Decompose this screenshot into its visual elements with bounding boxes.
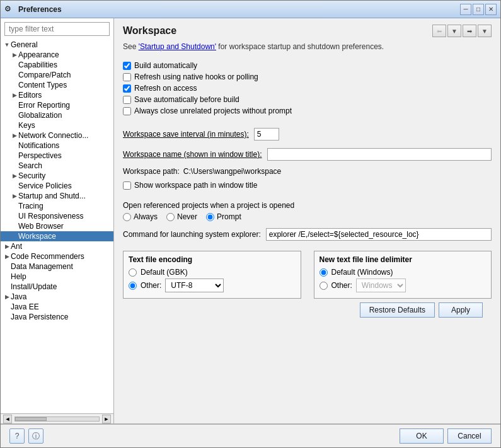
bottom-left-buttons: ? ⓘ [9,428,43,444]
workspace-name-input[interactable] [267,148,492,161]
expand-arrow [11,122,18,129]
refresh-access-checkbox[interactable] [123,84,131,93]
scroll-left-btn[interactable]: ◄ [3,415,12,423]
show-path-checkbox[interactable] [123,181,131,190]
nav-dropdown-button[interactable]: ▼ [447,25,461,37]
delimiter-select[interactable]: Windows Unix Mac [356,279,406,292]
encoding-default-row: Default (GBK) [129,268,296,277]
help-button[interactable]: ? [9,428,25,444]
sidebar-item-java-ee[interactable]: Java EE [1,302,113,312]
sidebar-item-general[interactable]: ▼ General [1,40,113,50]
save-auto-label: Save automatically before build [134,95,239,104]
encoding-other-radio[interactable] [129,282,137,290]
sidebar-item-tracing[interactable]: Tracing [1,201,113,211]
sidebar-item-label: Editors [18,91,42,100]
bottom-right-buttons: OK Cancel [400,428,492,444]
dialog-bottom: ? ⓘ OK Cancel [1,424,500,447]
main-content: ▼ General ▶ Appearance Capabilities Comp… [1,18,500,423]
sidebar-item-help[interactable]: Help [1,272,113,282]
apply-button[interactable]: Apply [439,302,483,318]
encoding-section: Text file encoding Default (GBK) Other: … [123,251,492,299]
maximize-button[interactable]: □ [473,4,484,15]
expand-arrow [11,112,18,119]
sidebar-item-capabilities[interactable]: Capabilities [1,60,113,70]
sidebar-item-globalization[interactable]: Globalization [1,110,113,120]
nav-forward-dropdown-button[interactable]: ▼ [478,25,492,37]
expand-arrow: ▶ [11,91,18,99]
scroll-right-btn[interactable]: ► [102,415,111,423]
desc-prefix: See [123,42,139,51]
sidebar-item-java[interactable]: ▶ Java [1,292,113,302]
encoding-default-radio[interactable] [129,268,137,277]
sidebar-item-content-types[interactable]: Content Types [1,80,113,90]
always-radio-label: Always [134,212,158,221]
close-unrelated-checkbox[interactable] [123,107,131,115]
sidebar-item-perspectives[interactable]: Perspectives [1,151,113,161]
right-panel: Workspace ⬅ ▼ ➡ ▼ See 'Startup and Shutd… [114,18,500,423]
prompt-radio[interactable] [206,213,214,221]
sidebar-item-editors[interactable]: ▶ Editors [1,90,113,100]
minimize-button[interactable]: ─ [460,4,471,15]
horizontal-scrollbar[interactable]: ◄ ► [1,413,113,423]
sidebar-item-compare-patch[interactable]: Compare/Patch [1,70,113,80]
close-unrelated-label: Always close unrelated projects without … [134,106,292,115]
encoding-select[interactable]: UTF-8 UTF-16 ISO-8859-1 GBK [165,279,224,292]
left-panel: ▼ General ▶ Appearance Capabilities Comp… [1,18,114,423]
restore-defaults-button[interactable]: Restore Defaults [360,302,435,318]
sidebar-item-ant[interactable]: ▶ Ant [1,241,113,251]
dialog-icon: ⚙ [4,4,14,14]
build-auto-checkbox[interactable] [123,62,131,70]
sidebar-item-install-update[interactable]: Install/Update [1,282,113,292]
sidebar-item-keys[interactable]: Keys [1,120,113,130]
expand-arrow: ▶ [11,51,18,59]
info-button[interactable]: ⓘ [28,428,43,444]
filter-input[interactable] [4,22,110,36]
sidebar-item-label: Data Management [11,262,73,271]
delimiter-default-radio[interactable] [320,268,328,277]
never-radio-item: Never [166,212,197,221]
scroll-thumb[interactable] [15,417,47,421]
workspace-path-value: C:\Users\wangpei\workspace [183,167,281,176]
expand-arrow: ▶ [11,192,18,200]
sidebar-item-search[interactable]: Search [1,161,113,171]
refresh-access-row: Refresh on access [123,84,492,93]
ok-button[interactable]: OK [400,428,444,444]
expand-arrow [3,283,11,290]
sidebar-item-code-recommenders[interactable]: ▶ Code Recommenders [1,251,113,261]
startup-shutdown-link[interactable]: 'Startup and Shutdown' [139,42,216,51]
line-delimiter-box: New text file line delimiter Default (Wi… [314,251,492,299]
sidebar-item-java-persistence[interactable]: Java Persistence [1,312,113,322]
delimiter-other-row: Other: Windows Unix Mac [320,279,487,292]
sidebar-item-label: Help [11,272,26,281]
title-bar: ⚙ Preferences ─ □ ✕ [1,1,500,18]
always-radio[interactable] [123,213,131,221]
cancel-button[interactable]: Cancel [447,428,492,444]
nav-back-button[interactable]: ⬅ [432,25,446,37]
delimiter-other-radio[interactable] [320,282,328,290]
sidebar-item-web-browser[interactable]: Web Browser [1,221,113,231]
sidebar-item-network[interactable]: ▶ Network Connectio... [1,130,113,141]
never-radio[interactable] [166,213,175,221]
sidebar-item-service-policies[interactable]: Service Policies [1,181,113,191]
sidebar-item-data-management[interactable]: Data Management [1,261,113,272]
nav-forward-button[interactable]: ➡ [463,25,476,37]
scroll-track[interactable] [14,416,100,422]
sidebar-item-label: Web Browser [18,222,64,231]
sidebar-item-error-reporting[interactable]: Error Reporting [1,100,113,110]
refresh-native-checkbox[interactable] [123,73,131,81]
sidebar-item-notifications[interactable]: Notifications [1,141,113,151]
command-input[interactable] [266,228,492,241]
sidebar-item-startup[interactable]: ▶ Startup and Shutd... [1,191,113,201]
save-auto-checkbox[interactable] [123,96,131,104]
close-button[interactable]: ✕ [485,4,497,15]
sidebar-item-label: Error Reporting [18,101,70,110]
sidebar-item-workspace[interactable]: Workspace [1,231,113,241]
sidebar-item-security[interactable]: ▶ Security [1,171,113,181]
save-interval-input[interactable] [254,128,279,141]
sidebar-item-ui-responsiveness[interactable]: UI Responsiveness [1,211,113,221]
workspace-path-row: Workspace path: C:\Users\wangpei\workspa… [123,167,492,176]
expand-arrow: ▼ [3,41,11,49]
panel-header: Workspace ⬅ ▼ ➡ ▼ [123,25,492,37]
sidebar-item-appearance[interactable]: ▶ Appearance [1,50,113,60]
expand-arrow [11,101,18,109]
